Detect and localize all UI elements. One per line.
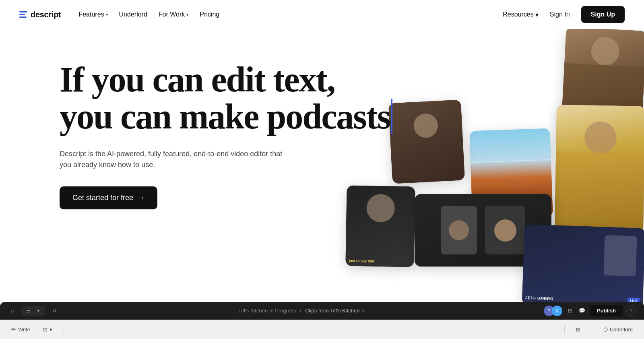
logo-icon bbox=[19, 11, 27, 18]
nav-item-for-work[interactable]: For Work ▾ bbox=[154, 8, 193, 21]
grid-view-icon[interactable]: ⊞ bbox=[566, 306, 574, 315]
sign-in-link[interactable]: Sign In bbox=[545, 8, 575, 21]
layout-icon: ⊡ bbox=[43, 327, 47, 333]
underlord-tool[interactable]: ⬡ Underlord bbox=[600, 325, 636, 334]
editor-breadcrumb: Tiff's Kitchen In Progress / Clips from … bbox=[64, 308, 539, 314]
tracks-icon: ⊟ bbox=[576, 327, 580, 333]
editor-mockup: ⌂ ☰ ▾ ↺ Tiff's Kitchen In Progress / Cli… bbox=[0, 302, 644, 339]
nav-links: Features ▾ Underlord For Work ▾ Pricing bbox=[74, 8, 224, 21]
editor-bottom-row: ✏ Write ⊡ ▾ ⊟ ⬡ Underlord bbox=[0, 320, 644, 339]
nav-item-resources[interactable]: Resources ▾ bbox=[503, 11, 538, 19]
track-layout-icon[interactable]: ⊟ bbox=[573, 325, 584, 334]
hero-section: If you can edit text, you can make podca… bbox=[0, 29, 644, 339]
layout-chevron: ▾ bbox=[50, 327, 52, 333]
toolbar-separator bbox=[64, 325, 64, 333]
editor-actions: T K ⊞ 💬 Publish ? bbox=[544, 305, 636, 316]
hero-subtext: Descript is the AI-powered, fully featur… bbox=[60, 149, 285, 170]
breadcrumb-dropdown-icon: ▾ bbox=[362, 309, 364, 313]
jeff-label: JEFF UMBRO bbox=[525, 296, 553, 301]
nav-right: Resources ▾ Sign In Sign Up bbox=[503, 6, 625, 23]
chevron-down-icon: ▾ bbox=[106, 12, 108, 17]
chevron-down-icon-2: ▾ bbox=[186, 12, 188, 17]
publish-button[interactable]: Publish bbox=[590, 305, 623, 316]
nav-item-pricing[interactable]: Pricing bbox=[195, 8, 224, 21]
hero-text: If you can edit text, you can make podca… bbox=[60, 61, 644, 209]
comment-icon[interactable]: 💬 bbox=[578, 306, 586, 315]
get-started-button[interactable]: Get started for free → bbox=[60, 186, 157, 209]
underlord-icon: ⬡ bbox=[603, 327, 608, 333]
navbar: descript Features ▾ Underlord For Work ▾… bbox=[0, 0, 644, 29]
nav-item-underlord[interactable]: Underlord bbox=[114, 8, 152, 21]
logo-text: descript bbox=[31, 10, 61, 19]
avatar-stack: T K bbox=[544, 306, 562, 316]
sign-up-button[interactable]: Sign Up bbox=[581, 6, 625, 23]
nav-left: descript Features ▾ Underlord For Work ▾… bbox=[19, 8, 224, 21]
chevron-down-icon-3: ▾ bbox=[535, 11, 539, 19]
editor-top-row: ⌂ ☰ ▾ ↺ Tiff's Kitchen In Progress / Cli… bbox=[0, 302, 644, 320]
avatar-2: K bbox=[552, 306, 562, 316]
help-icon[interactable]: ? bbox=[626, 306, 636, 316]
chevron-small-icon[interactable]: ▾ bbox=[34, 306, 43, 315]
arrow-icon: → bbox=[137, 194, 144, 202]
logo[interactable]: descript bbox=[19, 10, 61, 19]
photo-card-jeff: JEFF UMBRO i fell bbox=[522, 224, 644, 309]
menu-icon[interactable]: ☰ bbox=[24, 306, 33, 315]
toolbar-separator-2 bbox=[564, 325, 565, 333]
layout-tool[interactable]: ⊡ ▾ bbox=[40, 325, 56, 334]
pen-icon: ✏ bbox=[11, 326, 16, 333]
hero-headline: If you can edit text, you can make podca… bbox=[60, 61, 422, 136]
home-icon[interactable]: ⌂ bbox=[8, 306, 17, 315]
editor-btn-group: ☰ ▾ bbox=[22, 306, 45, 316]
nav-item-features[interactable]: Features ▾ bbox=[74, 8, 112, 21]
write-tool[interactable]: ✏ Write bbox=[8, 325, 33, 334]
history-icon[interactable]: ↺ bbox=[50, 306, 59, 315]
text-cursor bbox=[391, 99, 392, 134]
toolbar-separator-3 bbox=[592, 325, 592, 333]
